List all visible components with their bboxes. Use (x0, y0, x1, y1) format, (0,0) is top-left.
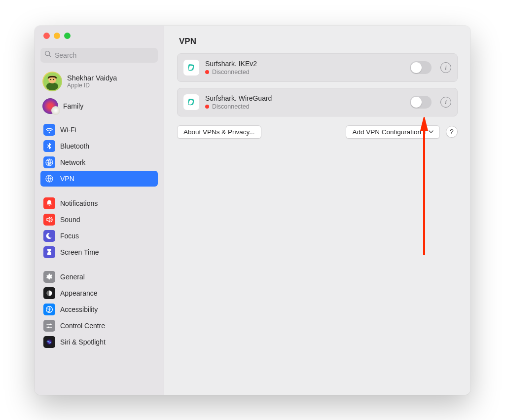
sidebar-item-label: Network (60, 158, 85, 166)
avatar (42, 72, 62, 91)
vpn-name: Surfshark. WireGuard (205, 94, 404, 102)
account-text: Shekhar Vaidya Apple ID (67, 74, 117, 89)
info-button[interactable]: i (440, 97, 451, 108)
apple-id-row[interactable]: Shekhar Vaidya Apple ID (40, 70, 158, 93)
sidebar-item-label: Focus (60, 232, 79, 240)
sidebar-item-vpn[interactable]: VPN (40, 171, 158, 187)
search-input[interactable] (55, 51, 154, 59)
sidebar-item-siri-spotlight[interactable]: Siri & Spotlight (40, 334, 158, 350)
minimize-window-button[interactable] (54, 33, 60, 39)
sidebar-item-network[interactable]: Network (40, 154, 158, 170)
sidebar-item-label: Control Centre (60, 322, 105, 330)
sidebar-item-label: Appearance (60, 289, 98, 297)
sidebar-item-accessibility[interactable]: Accessibility (40, 302, 158, 317)
sidebar-item-label: Bluetooth (60, 142, 89, 150)
system-settings-window: Shekhar Vaidya Apple ID Family Wi-FiBlue… (35, 26, 470, 395)
sidebar-item-label: Screen Time (60, 248, 99, 256)
main-pane: VPN Surfshark. IKEv2DisconnectediSurfsha… (164, 26, 470, 395)
sidebar-item-screen-time[interactable]: Screen Time (40, 244, 158, 260)
sidebar-item-label: Accessibility (60, 305, 98, 313)
add-vpn-button[interactable]: Add VPN Configuration (346, 125, 440, 139)
svg-point-8 (49, 323, 51, 325)
vpn-toggle[interactable] (410, 61, 432, 74)
sidebar-item-appearance[interactable]: Appearance (40, 285, 158, 301)
svg-point-3 (50, 78, 51, 79)
svg-point-10 (46, 339, 52, 345)
sidebar-section: GeneralAppearanceAccessibilityControl Ce… (40, 269, 158, 350)
nav-groups: Wi-FiBluetoothNetworkVPNNotificationsSou… (40, 122, 158, 359)
sidebar: Shekhar Vaidya Apple ID Family Wi-FiBlue… (35, 26, 164, 395)
main-content: Surfshark. IKEv2DisconnectediSurfshark. … (164, 51, 470, 141)
bell-icon (43, 197, 55, 209)
sidebar-item-focus[interactable]: Focus (40, 228, 158, 244)
family-row[interactable]: Family (40, 95, 158, 117)
sidebar-item-label: Notifications (60, 199, 98, 207)
status-dot-icon (205, 70, 209, 74)
controls-icon (43, 320, 55, 332)
account-subtext: Apple ID (67, 82, 117, 89)
about-vpns-button[interactable]: About VPNs & Privacy... (177, 125, 261, 139)
family-avatar-icon (42, 98, 58, 114)
actions-row: About VPNs & Privacy... Add VPN Configur… (177, 125, 458, 139)
svg-point-9 (47, 326, 49, 328)
sidebar-item-label: Siri & Spotlight (60, 338, 106, 346)
status-dot-icon (205, 105, 209, 109)
sidebar-item-general[interactable]: General (40, 269, 158, 285)
surfshark-app-icon (183, 60, 199, 76)
surfshark-app-icon (183, 94, 199, 110)
search-icon (44, 50, 52, 60)
help-button[interactable]: ? (446, 126, 458, 138)
chevron-down-icon (425, 129, 433, 134)
vpn-status-label: Disconnected (212, 103, 250, 110)
bluetooth-icon (43, 140, 55, 152)
svg-point-7 (49, 307, 50, 308)
vpn-icon (43, 173, 55, 185)
sidebar-item-sound[interactable]: Sound (40, 212, 158, 228)
siri-icon (43, 336, 55, 348)
vpn-status: Disconnected (205, 69, 404, 76)
info-button[interactable]: i (440, 62, 451, 73)
zoom-window-button[interactable] (64, 33, 71, 39)
accessibility-icon (43, 304, 55, 315)
sidebar-item-label: Sound (60, 216, 80, 224)
vpn-row: Surfshark. WireGuardDisconnectedi (177, 88, 458, 116)
about-vpns-label: About VPNs & Privacy... (183, 128, 255, 136)
main-header: VPN (164, 26, 470, 51)
sidebar-item-label: VPN (60, 175, 74, 183)
search-field[interactable] (40, 48, 158, 63)
sidebar-item-notifications[interactable]: Notifications (40, 195, 158, 211)
vpn-text: Surfshark. WireGuardDisconnected (205, 94, 404, 110)
sidebar-item-control-centre[interactable]: Control Centre (40, 318, 158, 334)
sidebar-item-bluetooth[interactable]: Bluetooth (40, 138, 158, 154)
page-title: VPN (179, 37, 456, 46)
sound-icon (43, 214, 55, 226)
svg-point-1 (46, 82, 58, 90)
vpn-toggle[interactable] (410, 96, 432, 109)
wifi-icon (43, 124, 55, 136)
hourglass-icon (43, 246, 55, 258)
close-window-button[interactable] (43, 33, 50, 39)
network-icon (43, 156, 55, 168)
vpn-name: Surfshark. IKEv2 (205, 60, 404, 68)
sidebar-section: NotificationsSoundFocusScreen Time (40, 195, 158, 260)
svg-point-4 (53, 78, 54, 79)
window-controls (40, 33, 158, 39)
account-name: Shekhar Vaidya (67, 74, 117, 82)
family-label: Family (63, 102, 83, 110)
vpn-text: Surfshark. IKEv2Disconnected (205, 60, 404, 76)
sidebar-item-wi-fi[interactable]: Wi-Fi (40, 122, 158, 138)
moon-icon (43, 230, 55, 242)
vpn-list: Surfshark. IKEv2DisconnectediSurfshark. … (177, 53, 458, 116)
help-label: ? (450, 128, 454, 136)
gear-icon (43, 271, 55, 283)
sidebar-section: Wi-FiBluetoothNetworkVPN (40, 122, 158, 187)
appearance-icon (43, 287, 55, 299)
sidebar-item-label: General (60, 273, 85, 281)
vpn-status-label: Disconnected (212, 69, 250, 76)
vpn-row: Surfshark. IKEv2Disconnectedi (177, 53, 458, 82)
sidebar-item-label: Wi-Fi (60, 126, 76, 134)
vpn-status: Disconnected (205, 103, 404, 110)
add-vpn-label: Add VPN Configuration (352, 128, 421, 136)
